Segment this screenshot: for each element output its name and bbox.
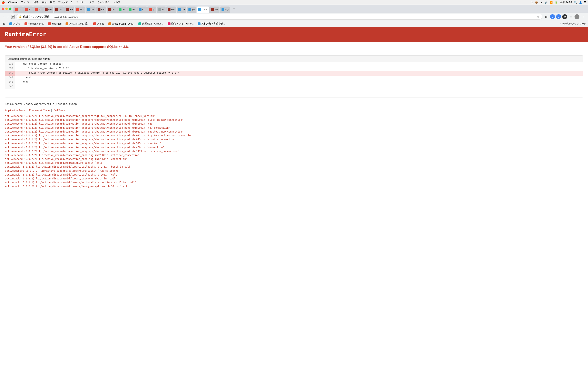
chrome-extension-g[interactable]: G xyxy=(556,14,561,19)
tab-15[interactable]: rbe xyxy=(166,7,176,13)
tab-label: #0 xyxy=(39,8,41,11)
menu-history[interactable]: 履歴 xyxy=(50,1,55,4)
tab-label: Va xyxy=(122,8,125,11)
trace-item[interactable]: activerecord (6.0.2.2) lib/active_record… xyxy=(5,146,583,150)
tab-13[interactable]: ダ xyxy=(147,7,156,13)
url-text[interactable]: 192.168.33.10:3000 xyxy=(54,15,536,18)
trace-item[interactable]: activerecord (6.0.2.2) lib/active_record… xyxy=(5,134,583,138)
rails-root: Rails.root: /home/vagrant/rails_lessons/… xyxy=(0,101,588,107)
tab-2[interactable]: #0 xyxy=(33,7,43,13)
trace-item[interactable]: activerecord (6.0.2.2) lib/active_record… xyxy=(5,126,583,130)
maximize-button[interactable] xyxy=(9,8,11,10)
tab-14[interactable]: Iri xyxy=(157,7,165,13)
line-code: end xyxy=(15,80,30,85)
trace-item[interactable]: actionpack (6.0.2.2) lib/action_dispatch… xyxy=(5,181,583,184)
tab-3[interactable]: rub xyxy=(43,7,53,13)
tab-4[interactable]: rub xyxy=(54,7,64,13)
google-account-icon[interactable]: G xyxy=(550,14,555,19)
menu-view[interactable]: 表示 xyxy=(42,1,47,4)
tab-7[interactable]: bin xyxy=(86,7,95,13)
code-line: 341 end xyxy=(5,76,583,80)
bookmark-8[interactable]: 英和辞典・和英辞典... xyxy=(196,21,227,26)
trace-item[interactable]: activerecord (6.0.2.2) lib/active_record… xyxy=(5,161,583,165)
bookmark-0[interactable]: アプリ xyxy=(8,21,22,26)
trace-item[interactable]: activerecord (6.0.2.2) lib/active_record… xyxy=(5,150,583,153)
trace-item[interactable]: actionpack (6.0.2.2) lib/action_dispatch… xyxy=(5,165,583,169)
menu-window[interactable]: ウィンドウ xyxy=(97,1,110,4)
reload-button[interactable]: ↻ xyxy=(11,15,15,19)
tab-18[interactable]: Ce✕ xyxy=(197,7,209,13)
trace-item[interactable]: activesupport (6.0.2.2) lib/active_suppo… xyxy=(5,169,583,173)
bookmark-5[interactable]: Amazon.com: Onli... xyxy=(107,22,136,26)
tab-20[interactable]: SQ xyxy=(220,7,230,13)
tab-favicon xyxy=(25,8,28,11)
full-trace-link[interactable]: Full Trace xyxy=(53,109,65,112)
tab-12[interactable]: Ce xyxy=(137,7,147,13)
tab-label: #0 xyxy=(29,8,31,11)
tab-9[interactable]: rub xyxy=(107,7,117,13)
chrome-extension-list[interactable]: ≡ xyxy=(568,14,573,19)
bookmark-1[interactable]: Yahoo! JAPAN xyxy=(23,22,46,26)
user-avatar[interactable] xyxy=(575,14,579,19)
trace-item[interactable]: activerecord (6.0.2.2) lib/active_record… xyxy=(5,138,583,142)
tab-0[interactable]: #0 xyxy=(13,7,23,13)
trace-item[interactable]: activerecord (6.0.2.2) lib/active_record… xyxy=(5,118,583,122)
trace-item[interactable]: activerecord (6.0.2.2) lib/active_record… xyxy=(5,114,583,118)
tab-5[interactable]: rub xyxy=(64,7,75,13)
line-code: if database_version < "3.8.0" xyxy=(15,67,71,71)
menu-user[interactable]: ユーザー xyxy=(76,1,86,4)
trace-item[interactable]: activerecord (6.0.2.2) lib/active_record… xyxy=(5,153,583,157)
tab-17[interactable]: ge xyxy=(187,7,196,13)
trace-item[interactable]: activerecord (6.0.2.2) lib/active_record… xyxy=(5,157,583,161)
menu-tab[interactable]: タブ xyxy=(89,1,94,4)
bookmark-7[interactable]: 受信トレイ - ignito... xyxy=(166,21,195,26)
tab-favicon xyxy=(168,8,171,11)
tab-favicon xyxy=(119,8,121,11)
trace-item[interactable]: actionpack (6.0.2.2) lib/action_dispatch… xyxy=(5,177,583,181)
bookmark-favicon xyxy=(198,22,200,25)
tab-1[interactable]: #0 xyxy=(23,7,33,13)
back-button[interactable]: ‹ xyxy=(2,14,5,19)
chrome-menu-button[interactable]: ⋮ xyxy=(581,14,586,19)
tab-19[interactable]: rub xyxy=(209,7,219,13)
trace-item[interactable]: activerecord (6.0.2.2) lib/active_record… xyxy=(5,142,583,145)
tab-10[interactable]: Va xyxy=(117,7,127,13)
tab-label: rub xyxy=(112,8,115,11)
tab-close-button[interactable]: ✕ xyxy=(206,8,207,11)
tab-11[interactable]: Va xyxy=(127,7,137,13)
bookmark-3[interactable]: Amazon.co.jp 通... xyxy=(64,21,91,26)
tab-6[interactable]: Rul xyxy=(75,7,85,13)
framework-trace-link[interactable]: Framework Trace xyxy=(29,109,50,112)
menu-help[interactable]: ヘルプ xyxy=(113,1,120,4)
bookmarks-apps-button[interactable]: ⊞ xyxy=(2,22,7,26)
trace-item[interactable]: activerecord (6.0.2.2) lib/active_record… xyxy=(5,122,583,126)
menu-edit[interactable]: 編集 xyxy=(34,1,39,4)
menu-file[interactable]: ファイル xyxy=(21,1,30,4)
tab-16[interactable]: Ce xyxy=(177,7,186,13)
error-title: RuntimeError xyxy=(5,31,46,38)
bookmarks-more-button[interactable]: » その他のブックマーク xyxy=(560,22,586,25)
trace-item[interactable]: actionpack (6.0.2.2) lib/action_dispatch… xyxy=(5,184,583,188)
menu-icon[interactable]: ☰ xyxy=(584,1,586,4)
bookmark-6[interactable]: 東間章記 - Akinori... xyxy=(137,21,165,26)
tab-8[interactable]: rbe xyxy=(96,7,106,13)
user-icon[interactable]: 👤 xyxy=(579,1,582,4)
bookmark-favicon xyxy=(138,22,141,25)
search-icon[interactable]: 🔍 xyxy=(574,1,577,4)
close-button[interactable] xyxy=(2,8,4,10)
application-trace-link[interactable]: Application Trace xyxy=(5,109,25,112)
bookmark-4[interactable]: アドビ xyxy=(92,21,106,26)
trace-item[interactable]: actionpack (6.0.2.2) lib/action_dispatch… xyxy=(5,173,583,177)
minimize-button[interactable] xyxy=(5,8,8,10)
trace-item[interactable]: activerecord (6.0.2.2) lib/active_record… xyxy=(5,130,583,134)
menu-chrome[interactable]: Chrome xyxy=(8,1,17,4)
menu-bookmarks[interactable]: ブックマーク xyxy=(58,1,73,4)
bookmark-star-icon[interactable]: ☆ xyxy=(537,15,540,18)
bookmark-2[interactable]: YouTube xyxy=(47,22,63,26)
extensions-icon[interactable]: ⊞ xyxy=(544,14,549,19)
new-tab-button[interactable]: + xyxy=(232,6,236,12)
chrome-extension-w[interactable]: W xyxy=(562,14,567,19)
apple-menu[interactable]: 🍎 xyxy=(2,1,5,4)
forward-button[interactable]: › xyxy=(7,14,9,19)
address-input-box[interactable]: 🔒 保護されていない通信 | 192.168.33.10:3000 ☆ xyxy=(16,14,542,20)
